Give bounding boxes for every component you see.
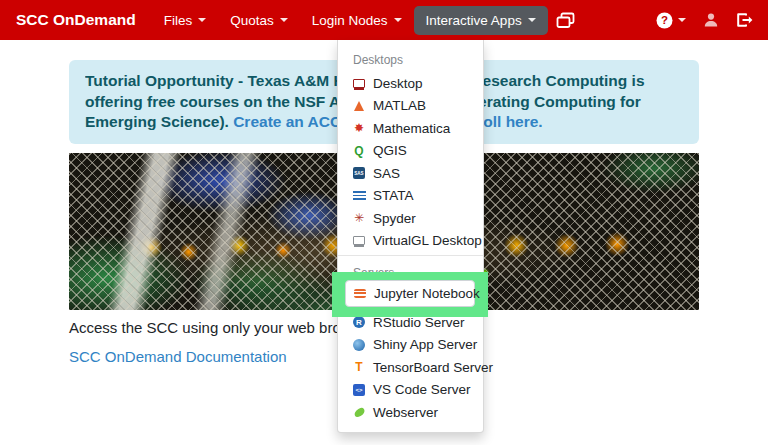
menu-item-label: VS Code Server (373, 382, 471, 397)
nav-item-files[interactable]: Files (152, 6, 219, 35)
navbar-right-group: ? (656, 12, 756, 29)
my-interactive-sessions-button[interactable] (556, 12, 575, 29)
interactive-apps-menu: DesktopsDesktopMATLABMathematicaQGISSASS… (337, 40, 484, 433)
brand-link[interactable]: SCC OnDemand (16, 11, 136, 29)
rstudio-icon (352, 315, 366, 329)
menu-item-jupyter-notebook[interactable]: Jupyter Notebook (345, 280, 475, 307)
nav-item-label: Quotas (230, 13, 274, 28)
sas-icon (352, 166, 366, 180)
menu-item-spyder[interactable]: Spyder (338, 207, 483, 230)
stata-icon (352, 189, 366, 203)
chevron-down-icon (280, 18, 288, 22)
spyder-icon (352, 211, 366, 225)
logout-button[interactable] (736, 12, 754, 28)
user-profile-button[interactable] (703, 12, 719, 28)
chevron-down-icon (198, 18, 206, 22)
menu-item-label: VirtualGL Desktop (373, 233, 482, 248)
help-menu-button[interactable]: ? (656, 12, 686, 29)
documentation-link[interactable]: SCC OnDemand Documentation (69, 348, 287, 365)
nav-items: FilesQuotasLogin NodesInteractive Apps (152, 6, 548, 35)
nav-item-label: Interactive Apps (426, 13, 522, 28)
menu-item-desktop[interactable]: Desktop (338, 72, 483, 95)
chevron-down-icon (528, 18, 536, 22)
vscode-icon (352, 383, 366, 397)
virtualgl-icon (352, 234, 366, 248)
menu-item-label: Jupyter Notebook (374, 286, 480, 301)
menu-item-vs-code-server[interactable]: VS Code Server (338, 379, 483, 402)
menu-body: DesktopsDesktopMATLABMathematicaQGISSASS… (338, 48, 483, 424)
menu-item-qgis[interactable]: QGIS (338, 140, 483, 163)
menu-item-matlab[interactable]: MATLAB (338, 95, 483, 118)
qgis-icon (352, 144, 366, 158)
nav-item-interactive-apps[interactable]: Interactive Apps (414, 6, 548, 35)
matlab-icon (352, 99, 366, 113)
menu-item-stata[interactable]: STATA (338, 185, 483, 208)
menu-item-mathematica[interactable]: Mathematica (338, 117, 483, 140)
jupyter-icon (353, 287, 367, 301)
menu-item-label: Desktop (373, 76, 423, 91)
menu-item-shiny-app-server[interactable]: Shiny App Server (338, 334, 483, 357)
menu-item-label: Spyder (373, 211, 416, 226)
menu-item-label: Webserver (373, 405, 438, 420)
menu-item-virtualgl-desktop[interactable]: VirtualGL Desktop (338, 230, 483, 253)
menu-item-label: MATLAB (373, 98, 426, 113)
logout-icon (736, 12, 754, 28)
svg-text:?: ? (661, 14, 668, 26)
menu-item-label: Shiny App Server (373, 337, 477, 352)
alert-text: Emerging Science). (85, 113, 233, 130)
nav-item-label: Files (164, 13, 193, 28)
menu-divider (338, 255, 483, 256)
menu-item-tensorboard-server[interactable]: TensorBoard Server (338, 356, 483, 379)
chevron-down-icon (394, 18, 402, 22)
menu-item-label: QGIS (373, 143, 407, 158)
desktop-icon (352, 76, 366, 90)
shiny-icon (352, 338, 366, 352)
stacked-windows-icon (556, 12, 575, 29)
nav-item-quotas[interactable]: Quotas (218, 6, 300, 35)
menu-section-header-desktops: Desktops (338, 48, 483, 72)
menu-item-label: RStudio Server (373, 315, 465, 330)
menu-item-label: TensorBoard Server (373, 360, 493, 375)
nav-item-label: Login Nodes (312, 13, 388, 28)
menu-item-label: Mathematica (373, 121, 450, 136)
menu-item-webserver[interactable]: Webserver (338, 401, 483, 424)
top-navbar: SCC OnDemand FilesQuotasLogin NodesInter… (0, 0, 768, 40)
chevron-down-icon (678, 18, 686, 22)
menu-item-sas[interactable]: SAS (338, 162, 483, 185)
webserver-icon (352, 405, 366, 419)
mathematica-icon (352, 121, 366, 135)
menu-item-label: SAS (373, 166, 400, 181)
jupyter-highlight-annotation: Jupyter Notebook (332, 272, 488, 317)
nav-item-login-nodes[interactable]: Login Nodes (300, 6, 414, 35)
user-icon (703, 12, 719, 28)
help-icon: ? (656, 12, 673, 29)
tensorboard-icon (352, 360, 366, 374)
menu-item-label: STATA (373, 188, 414, 203)
